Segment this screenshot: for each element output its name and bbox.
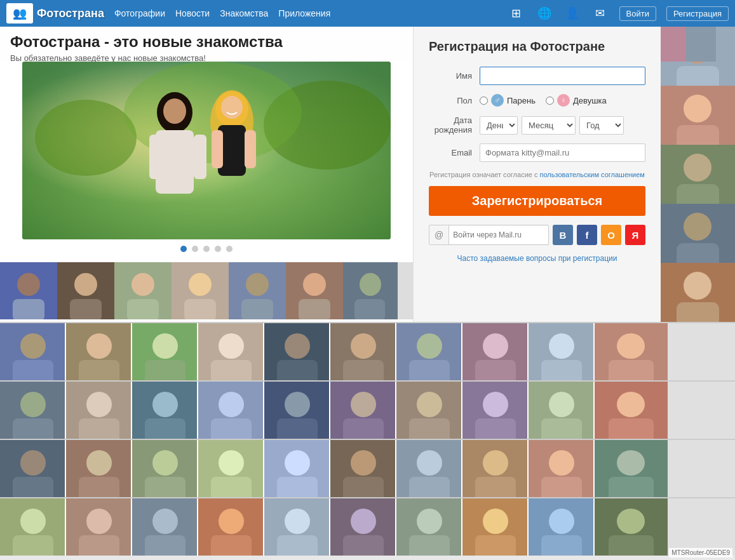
nav-news[interactable]: Новости xyxy=(175,8,210,18)
svg-rect-148 xyxy=(79,535,119,556)
login-button[interactable]: Войти xyxy=(619,6,656,21)
grid-photo-r2-10[interactable] xyxy=(595,382,668,439)
grid-photo-r4-8[interactable] xyxy=(462,498,529,556)
grid-photo-r2-3[interactable] xyxy=(132,382,198,439)
day-select[interactable]: День123456789101112131415161718192021222… xyxy=(480,116,518,135)
grid-photo-r2-6[interactable] xyxy=(330,382,396,439)
grid-photo-r4-3[interactable] xyxy=(132,498,198,556)
people-icon[interactable]: 👤 xyxy=(563,6,581,20)
fb-login-button[interactable]: f xyxy=(577,225,597,245)
grid-photo-r4-1[interactable] xyxy=(0,498,66,556)
grid-photo-r3-4[interactable] xyxy=(198,440,264,497)
gender-row: Пол ♂ Парень ♀ Девушка xyxy=(429,94,645,107)
grid-photo-r1-3[interactable] xyxy=(132,323,198,380)
right-photo-3[interactable] xyxy=(661,145,735,204)
grid-photo-r4-7[interactable] xyxy=(396,498,462,556)
grid-photo-r3-6[interactable] xyxy=(330,440,396,497)
grid-photo-r2-4[interactable] xyxy=(198,382,264,439)
grid-photo-r1-1[interactable] xyxy=(0,323,66,380)
grid-photo-r1-5[interactable] xyxy=(264,323,330,380)
mail-ru-input[interactable] xyxy=(449,226,549,244)
email-input[interactable] xyxy=(480,143,645,162)
year-select[interactable]: Год2013201220112010200920082007200620052… xyxy=(579,116,624,135)
nav-apps[interactable]: Приложения xyxy=(278,8,330,18)
grid-photo-r3-5[interactable] xyxy=(264,440,330,497)
logo[interactable]: 👥 Фотострана xyxy=(6,3,104,23)
dot-4[interactable] xyxy=(215,246,221,252)
gender-group: ♂ Парень ♀ Девушка xyxy=(480,94,645,107)
grid-photo-r1-4[interactable] xyxy=(198,323,264,380)
grid-photo-r1-10[interactable] xyxy=(595,323,668,380)
grid-photo-r4-9[interactable] xyxy=(529,498,595,556)
svg-rect-28 xyxy=(184,299,216,319)
grid-photo-r4-6[interactable] xyxy=(330,498,396,556)
user-photo-b6[interactable] xyxy=(286,262,343,319)
svg-rect-112 xyxy=(609,418,654,439)
svg-point-135 xyxy=(483,450,508,476)
yandex-login-button[interactable]: Я xyxy=(625,225,645,245)
nav-dating[interactable]: Знакомства xyxy=(220,8,268,18)
svg-point-51 xyxy=(684,272,711,300)
right-photo-2[interactable] xyxy=(661,86,735,145)
faq-link[interactable]: Часто задаваемые вопросы при регистрации xyxy=(429,254,645,263)
nav-photos[interactable]: Фотографии xyxy=(114,8,165,18)
user-photo-b3[interactable] xyxy=(114,262,172,319)
dot-1[interactable] xyxy=(180,246,187,252)
grid-photo-r2-5[interactable] xyxy=(264,382,330,439)
grid-photo-r3-3[interactable] xyxy=(132,440,198,497)
grid-photo-r1-6[interactable] xyxy=(330,323,396,380)
grid-photo-r3-2[interactable] xyxy=(66,440,132,497)
right-photo-4[interactable] xyxy=(661,204,735,263)
vk-login-button[interactable]: В xyxy=(553,225,573,245)
agreement-link[interactable]: пользовательским соглашением xyxy=(540,171,645,178)
user-photo-b1[interactable] xyxy=(0,262,57,319)
svg-point-147 xyxy=(86,509,112,534)
svg-rect-61 xyxy=(145,360,185,380)
gender-female-radio[interactable] xyxy=(546,97,554,105)
grid-photo-r1-9[interactable] xyxy=(529,323,595,380)
grid-photo-r3-7[interactable] xyxy=(396,440,462,497)
gender-female-option[interactable]: ♀ Девушка xyxy=(546,94,607,107)
user-photo-b7[interactable] xyxy=(343,262,398,319)
grid-photo-r2-1[interactable] xyxy=(0,382,66,439)
grid-photo-r1-2[interactable] xyxy=(66,323,132,380)
grid-photo-r2-9[interactable] xyxy=(529,382,595,439)
globe-icon[interactable]: 🌐 xyxy=(536,6,553,20)
grid-photo-r3-1[interactable] xyxy=(0,440,66,497)
month-select[interactable]: МесяцЯнварьФевральМартАпрельМайИюньИюльА… xyxy=(522,116,576,135)
svg-point-66 xyxy=(285,333,310,359)
grid-photo-r4-2[interactable] xyxy=(66,498,132,556)
grid-photo-r3-8[interactable] xyxy=(462,440,529,497)
user-photo-b2[interactable] xyxy=(57,262,114,319)
name-input[interactable] xyxy=(480,67,645,85)
grid-photo-r4-5[interactable] xyxy=(264,498,330,556)
grid-photo-r3-10[interactable] xyxy=(595,440,668,497)
dot-2[interactable] xyxy=(192,246,198,252)
register-submit-button[interactable]: Зарегистрироваться xyxy=(429,186,645,216)
dot-3[interactable] xyxy=(203,246,210,252)
dot-5[interactable] xyxy=(226,246,233,252)
svg-point-3 xyxy=(35,100,137,176)
grid-icon[interactable]: ⊞ xyxy=(508,6,525,20)
grid-photo-r4-4[interactable] xyxy=(198,498,264,556)
register-button-nav[interactable]: Регистрация xyxy=(666,6,729,21)
grid-photo-r1-7[interactable] xyxy=(396,323,462,380)
gender-male-option[interactable]: ♂ Парень xyxy=(480,94,536,107)
svg-rect-145 xyxy=(13,535,53,556)
grid-photo-r3-9[interactable] xyxy=(529,440,595,497)
user-photo-b5[interactable] xyxy=(229,262,286,319)
grid-photo-r4-10[interactable] xyxy=(595,498,668,556)
svg-point-48 xyxy=(684,213,711,241)
svg-point-90 xyxy=(152,392,178,417)
svg-rect-88 xyxy=(79,418,119,439)
svg-point-129 xyxy=(351,450,376,476)
mail-icon[interactable]: ✉ xyxy=(591,6,609,20)
gender-male-radio[interactable] xyxy=(480,97,488,105)
grid-photo-r2-2[interactable] xyxy=(66,382,132,439)
ok-login-button[interactable]: О xyxy=(601,225,621,245)
grid-photo-r2-8[interactable] xyxy=(462,382,529,439)
grid-photo-r1-8[interactable] xyxy=(462,323,529,380)
user-photo-b4[interactable] xyxy=(172,262,229,319)
right-photo-5[interactable] xyxy=(661,263,735,322)
grid-photo-r2-7[interactable] xyxy=(396,382,462,439)
